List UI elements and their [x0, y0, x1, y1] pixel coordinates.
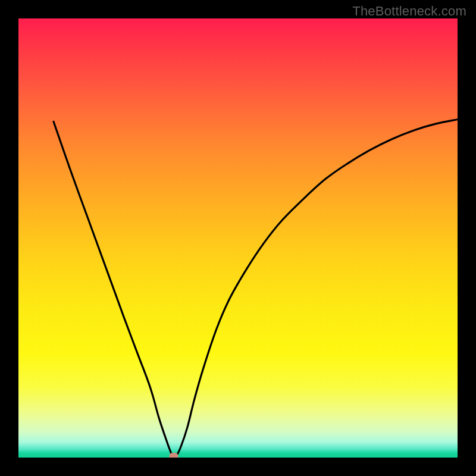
- plot-area: [18, 18, 458, 458]
- bottleneck-curve: [18, 18, 458, 458]
- watermark-text: TheBottleneck.com: [352, 4, 466, 19]
- chart-frame: TheBottleneck.com: [0, 0, 476, 476]
- optimal-point-marker: [170, 453, 178, 458]
